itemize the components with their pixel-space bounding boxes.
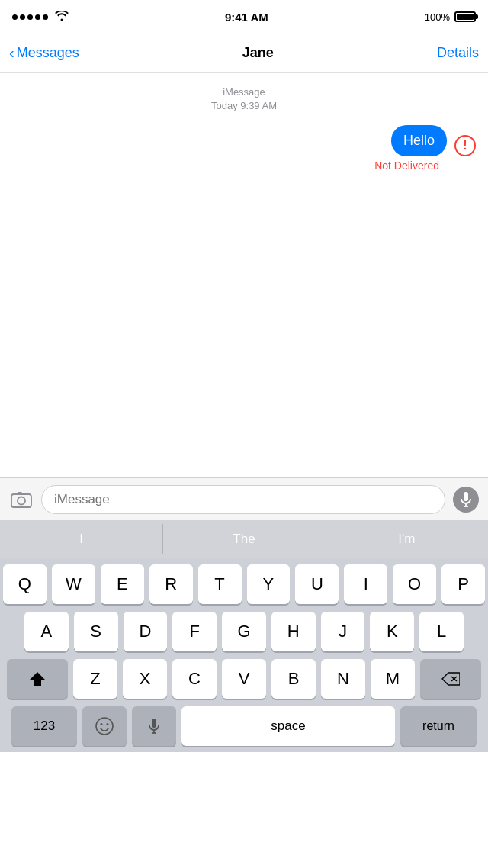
space-key[interactable]: space <box>181 706 395 746</box>
key-y[interactable]: Y <box>247 564 291 604</box>
key-q[interactable]: Q <box>3 564 47 604</box>
signal-dot-5 <box>43 14 48 20</box>
not-delivered-label: Not Delivered <box>374 159 439 172</box>
message-service: iMessage <box>12 85 476 99</box>
key-a[interactable]: A <box>24 612 69 651</box>
svg-point-9 <box>96 718 113 735</box>
key-k[interactable]: K <box>370 612 414 651</box>
status-right: 100% <box>425 11 476 23</box>
battery-icon <box>454 11 476 22</box>
back-chevron-icon: ‹ <box>9 45 14 60</box>
mic-button[interactable] <box>453 487 479 513</box>
svg-marker-6 <box>30 672 45 686</box>
back-button[interactable]: ‹ Messages <box>9 45 79 61</box>
svg-point-10 <box>101 723 103 725</box>
status-time: 9:41 AM <box>225 11 268 24</box>
return-key[interactable]: return <box>400 706 477 746</box>
key-f[interactable]: F <box>172 612 217 651</box>
signal-dot-2 <box>20 14 25 20</box>
key-v[interactable]: V <box>222 659 266 699</box>
not-delivered-row: Not Delivered <box>12 159 476 172</box>
nav-bar: ‹ Messages Jane Details <box>0 34 488 73</box>
keyboard-row-1: Q W E R T Y U I O P <box>3 564 485 604</box>
message-timestamp: iMessage Today 9:39 AM <box>12 85 476 113</box>
key-b[interactable]: B <box>271 659 316 699</box>
key-w[interactable]: W <box>52 564 95 604</box>
message-time: Today 9:39 AM <box>12 99 476 113</box>
key-m[interactable]: M <box>371 659 415 699</box>
key-d[interactable]: D <box>124 612 168 651</box>
keyboard-row-bottom: 123 space return <box>3 706 485 746</box>
key-u[interactable]: U <box>295 564 339 604</box>
message-bubble[interactable]: Hello <box>391 125 447 156</box>
svg-rect-12 <box>152 719 156 728</box>
wifi-icon <box>55 11 69 24</box>
key-c[interactable]: C <box>172 659 217 699</box>
battery-percent: 100% <box>425 11 450 23</box>
key-p[interactable]: P <box>441 564 485 604</box>
numbers-key[interactable]: 123 <box>11 706 77 746</box>
predictive-item-2[interactable]: The <box>162 520 325 558</box>
message-row: Hello ! <box>12 125 476 156</box>
svg-point-11 <box>107 723 109 725</box>
key-h[interactable]: H <box>271 612 316 651</box>
svg-rect-3 <box>464 492 468 501</box>
delete-key[interactable] <box>420 659 481 699</box>
key-r[interactable]: R <box>149 564 193 604</box>
not-delivered-icon[interactable]: ! <box>454 135 476 156</box>
keyboard: Q W E R T Y U I O P A S D F G H J K L Z … <box>0 558 488 752</box>
key-g[interactable]: G <box>222 612 266 651</box>
key-i[interactable]: I <box>344 564 387 604</box>
predictive-bar: I The I'm <box>0 520 488 558</box>
key-s[interactable]: S <box>74 612 118 651</box>
status-left <box>12 11 69 24</box>
key-o[interactable]: O <box>393 564 436 604</box>
nav-title: Jane <box>242 45 274 61</box>
keyboard-row-2: A S D F G H J K L <box>3 612 485 651</box>
message-input[interactable] <box>41 485 445 514</box>
key-j[interactable]: J <box>321 612 365 651</box>
camera-icon[interactable] <box>9 487 34 512</box>
key-n[interactable]: N <box>321 659 365 699</box>
battery-fill <box>457 14 474 20</box>
predictive-item-1[interactable]: I <box>0 520 162 558</box>
emoji-key[interactable] <box>82 706 127 746</box>
keyboard-mic-key[interactable] <box>132 706 176 746</box>
message-area: iMessage Today 9:39 AM Hello ! Not Deliv… <box>0 73 488 477</box>
svg-point-1 <box>18 497 25 504</box>
shift-key[interactable] <box>7 659 68 699</box>
status-bar: 9:41 AM 100% <box>0 0 488 34</box>
key-t[interactable]: T <box>198 564 242 604</box>
svg-rect-0 <box>11 494 31 507</box>
details-button[interactable]: Details <box>437 45 479 61</box>
signal-dot-4 <box>35 14 40 20</box>
keyboard-row-3: Z X C V B N M <box>3 659 485 699</box>
back-label: Messages <box>17 45 79 61</box>
svg-rect-2 <box>18 492 22 494</box>
key-x[interactable]: X <box>123 659 167 699</box>
key-z[interactable]: Z <box>73 659 117 699</box>
input-bar <box>0 477 488 520</box>
signal-dot-1 <box>12 14 18 20</box>
predictive-item-3[interactable]: I'm <box>326 520 488 558</box>
signal-dot-3 <box>27 14 33 20</box>
key-e[interactable]: E <box>101 564 144 604</box>
key-l[interactable]: L <box>419 612 464 651</box>
signal-dots <box>12 14 48 20</box>
